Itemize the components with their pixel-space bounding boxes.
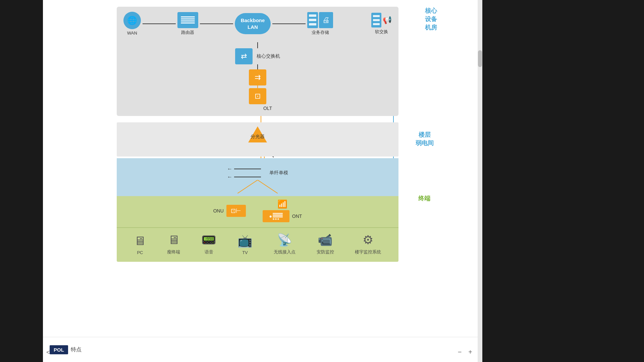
olt-top-icon: ⇉ xyxy=(249,69,266,85)
wifi-ap-label: 无线接入点 xyxy=(274,249,296,255)
pol-badge: POL xyxy=(50,345,68,354)
thin-icon: 🖥 xyxy=(168,233,180,247)
softswitch-device: 📢 软交换 xyxy=(371,13,392,35)
thin-label: 瘦终端 xyxy=(167,249,180,255)
bottom-bar: POL 特点 − + xyxy=(43,337,482,362)
onu-device: ONU ⊡⊢ xyxy=(213,205,246,217)
security-icon: 📹 xyxy=(318,233,333,247)
storage-device: 🖨 业务存储 xyxy=(307,12,333,36)
network-diagram: 🌐 WAN xyxy=(117,7,405,262)
section-terminal-top: ONU ⊡⊢ 📶 ● xyxy=(117,196,398,227)
backbone-lan: Backbone LAN xyxy=(235,13,271,34)
softswitch-icon: 📢 xyxy=(371,13,392,27)
section-terminal-bottom: 🖥 PC 🖥 瘦终端 📟 语音 xyxy=(117,227,398,262)
terminal-thin: 🖥 瘦终端 xyxy=(167,233,180,255)
tv-icon: 📺 xyxy=(237,234,253,248)
wifi-icon: 📶 xyxy=(277,199,287,209)
router-device: 路由器 xyxy=(177,12,198,36)
terminal-voice: 📟 语音 xyxy=(201,233,216,255)
ont-device: 📶 ● xyxy=(263,199,302,222)
olt-label: OLT xyxy=(263,106,272,111)
pc-label: PC xyxy=(137,250,143,255)
nav-prev-area: < xyxy=(46,349,50,356)
building-icon: ⚙ xyxy=(363,233,373,247)
zone-floor-label: 楼层 弱电间 xyxy=(416,131,434,147)
section-splitter: 分光器 xyxy=(117,122,398,157)
router-label: 路由器 xyxy=(181,29,194,36)
pol-text: 特点 xyxy=(71,346,82,353)
zoom-minus-button[interactable]: − xyxy=(458,348,462,356)
left-sidebar xyxy=(0,0,43,362)
scrollbar[interactable] xyxy=(478,0,482,362)
svg-line-15 xyxy=(237,180,258,193)
terminal-building: ⚙ 楼宇监控系统 xyxy=(355,233,381,255)
softswitch-label: 软交换 xyxy=(375,29,388,35)
wan-label: WAN xyxy=(127,31,137,36)
wan-device: 🌐 WAN xyxy=(123,12,141,36)
core-switch-label: 核心交换机 xyxy=(257,53,280,59)
single-fiber-label: 单纤单模 xyxy=(269,170,288,176)
terminal-icons-row: 🖥 PC 🖥 瘦终端 📟 语音 xyxy=(123,233,392,255)
terminal-tv: 📺 TV xyxy=(237,234,253,255)
terminal-zone-text: 终端 xyxy=(418,195,430,202)
diagram-area: 🌐 WAN xyxy=(50,7,472,335)
terminal-pc: 🖥 PC xyxy=(134,234,146,255)
core-switch-row: ⇄ 核心交换机 xyxy=(123,48,392,64)
terminal-security: 📹 安防监控 xyxy=(317,233,334,255)
fork-lines xyxy=(224,180,291,193)
backbone-cloud-icon: Backbone LAN xyxy=(235,13,271,34)
pol-title: POL 特点 xyxy=(50,345,82,354)
core-top-row: 🌐 WAN xyxy=(123,12,392,36)
zoom-plus-button[interactable]: + xyxy=(468,348,472,356)
olt-bottom-icon: ⊡ xyxy=(249,88,266,104)
splitter-icon: 分光器 xyxy=(248,126,267,142)
router-icon xyxy=(177,12,198,28)
voice-icon: 📟 xyxy=(201,233,216,247)
zone-core-label: 核心 设备 机房 xyxy=(425,7,437,32)
security-label: 安防监控 xyxy=(317,249,334,255)
splitter-label: 分光器 xyxy=(251,134,265,140)
section-floor: ← ← 单纤单模 xyxy=(117,158,398,196)
wifi-ap-icon: 📡 xyxy=(277,233,292,247)
ont-icon: ● xyxy=(263,210,289,222)
onu-label: ONU xyxy=(213,208,224,214)
storage-icon: 🖨 xyxy=(307,12,333,28)
storage-label: 业务存储 xyxy=(312,29,329,36)
section-core: 🌐 WAN xyxy=(117,7,398,116)
terminal-wifi: 📡 无线接入点 xyxy=(274,233,296,255)
core-switch-icon: ⇄ xyxy=(235,48,253,64)
nav-prev-button[interactable]: < xyxy=(46,349,50,356)
zone-terminal-label: 终端 xyxy=(418,194,430,202)
right-sidebar xyxy=(483,0,644,362)
svg-line-16 xyxy=(258,180,278,193)
pc-icon: 🖥 xyxy=(134,234,146,248)
wan-icon: 🌐 xyxy=(123,12,141,29)
building-label: 楼宇监控系统 xyxy=(355,249,381,255)
onu-icon: ⊡⊢ xyxy=(226,205,246,217)
scrollbar-thumb xyxy=(478,50,482,67)
core-switch-device: ⇄ 核心交换机 xyxy=(235,48,280,64)
ont-label: ONT xyxy=(292,214,302,219)
voice-label: 语音 xyxy=(205,249,213,255)
tv-label: TV xyxy=(242,250,248,255)
olt-section: ⇉ ⊡ OLT xyxy=(123,69,392,111)
